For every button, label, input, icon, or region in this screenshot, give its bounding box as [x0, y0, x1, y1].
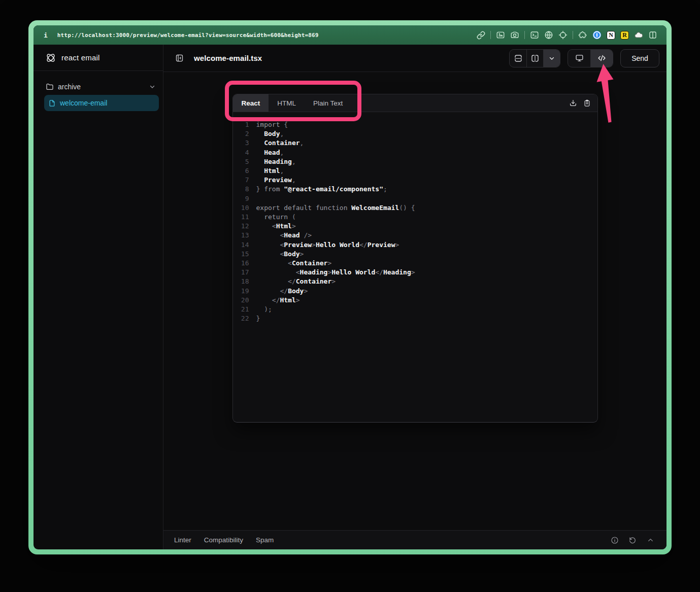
line-number: 1	[239, 120, 249, 129]
source-panel: React HTML Plain Text	[232, 94, 598, 423]
sidebar-item-welcome-email[interactable]: welcome-email	[44, 95, 159, 111]
header-controls: Send	[509, 49, 659, 67]
line-content: <Container>	[256, 259, 332, 268]
toolbar-divider	[573, 31, 573, 39]
line-number: 8	[239, 185, 249, 194]
code-line: 18 </Container>	[239, 277, 597, 286]
line-number: 12	[239, 222, 249, 231]
code-line: 21 );	[239, 305, 597, 314]
browser-window-inner: i http://localhost:3000/preview/welcome-…	[34, 25, 666, 549]
code-line: 11 return (	[239, 213, 597, 222]
split-vertical-button[interactable]	[526, 50, 543, 67]
download-icon[interactable]	[569, 99, 578, 108]
toolbar-divider	[490, 31, 491, 39]
brand-row: react email	[34, 45, 163, 71]
line-content: Head,	[256, 148, 284, 157]
line-number: 19	[239, 287, 249, 296]
screenshot-icon[interactable]	[496, 30, 505, 40]
send-button[interactable]: Send	[620, 49, 659, 67]
extensions-puzzle-icon[interactable]	[578, 30, 587, 40]
toolbar-divider	[524, 31, 525, 39]
line-number: 2	[239, 129, 249, 138]
sidebar-item-label: archive	[58, 83, 81, 91]
cloud-icon[interactable]	[634, 30, 643, 40]
target-icon[interactable]	[558, 30, 568, 40]
tab-linter[interactable]: Linter	[174, 536, 191, 544]
split-toggle-group	[509, 49, 560, 67]
line-content: <Heading>Hello World</Heading>	[256, 268, 415, 277]
line-content	[256, 194, 260, 203]
link-icon[interactable]	[476, 30, 485, 40]
line-number: 16	[239, 259, 249, 268]
desktop-view-button[interactable]	[568, 50, 590, 67]
split-options-dropdown[interactable]	[543, 50, 560, 67]
onepassword-icon[interactable]	[592, 30, 602, 40]
brand-name: react email	[61, 53, 100, 62]
camera-icon[interactable]	[510, 30, 519, 40]
globe-icon[interactable]	[544, 30, 553, 40]
reset-icon[interactable]	[628, 536, 637, 544]
browser-toolbar: N R	[471, 30, 657, 40]
code-line: 3 Container,	[239, 138, 597, 148]
line-number: 6	[239, 166, 249, 176]
main-content: React HTML Plain Text	[163, 72, 666, 530]
terminal-icon[interactable]	[530, 30, 539, 40]
app-body: react email archive	[34, 45, 666, 549]
copy-clipboard-icon[interactable]	[583, 99, 591, 108]
line-content: );	[256, 305, 272, 314]
sidebar-item-archive[interactable]: archive	[44, 80, 159, 94]
tab-compatibility[interactable]: Compatibility	[204, 536, 243, 544]
split-horizontal-button[interactable]	[510, 50, 526, 67]
r-extension-icon[interactable]: R	[620, 31, 629, 40]
line-content: return (	[256, 213, 296, 222]
sidebar-toggle-icon[interactable]	[175, 54, 184, 62]
line-content: <Preview>Hello World</Preview>	[256, 240, 399, 250]
open-file-name: welcome-email.tsx	[194, 54, 262, 62]
info-icon[interactable]: i	[44, 31, 48, 39]
tab-react[interactable]: React	[233, 94, 269, 112]
code-line: 15 <Body>	[239, 250, 597, 259]
line-number: 21	[239, 305, 249, 314]
split-view-icon[interactable]	[648, 30, 657, 40]
line-content: } from "@react-email/components";	[256, 185, 387, 194]
code-line: 8} from "@react-email/components";	[239, 185, 597, 194]
code-line: 2 Body,	[239, 129, 597, 138]
url-text[interactable]: http://localhost:3000/preview/welcome-em…	[57, 32, 319, 39]
source-code-view-button[interactable]	[590, 50, 613, 67]
bottom-bar-actions	[611, 536, 654, 544]
notion-icon[interactable]: N	[607, 31, 615, 40]
info-circle-icon[interactable]	[611, 536, 619, 544]
code-line: 6 Html,	[239, 166, 597, 176]
line-content: <Body>	[256, 250, 304, 259]
line-number: 7	[239, 176, 249, 185]
code-line: 4 Head,	[239, 148, 597, 157]
line-number: 20	[239, 296, 249, 305]
sidebar: react email archive	[34, 45, 163, 549]
code-lines[interactable]: 1import {2 Body,3 Container,4 Head,5 Hea…	[233, 112, 597, 422]
browser-url-bar: i http://localhost:3000/preview/welcome-…	[34, 25, 666, 45]
line-content: Html,	[256, 166, 284, 176]
line-number: 13	[239, 231, 249, 240]
code-line: 17 <Heading>Hello World</Heading>	[239, 268, 597, 277]
line-content: }	[256, 314, 260, 323]
code-line: 1import {	[239, 120, 597, 129]
file-icon	[48, 99, 56, 107]
line-content: </Body>	[256, 287, 308, 296]
line-content: </Container>	[256, 277, 336, 286]
tab-spam[interactable]: Spam	[256, 536, 274, 544]
line-number: 15	[239, 250, 249, 259]
tab-plain-text[interactable]: Plain Text	[305, 94, 351, 112]
code-line: 14 <Preview>Hello World</Preview>	[239, 240, 597, 250]
code-line: 7 Preview,	[239, 176, 597, 185]
expand-panel-icon[interactable]	[646, 536, 654, 544]
line-number: 22	[239, 314, 249, 323]
tab-html[interactable]: HTML	[269, 94, 305, 112]
line-content: export default function WelcomeEmail() {	[256, 203, 415, 213]
react-email-logo-icon	[45, 52, 56, 63]
line-number: 9	[239, 194, 249, 203]
sidebar-item-label: welcome-email	[60, 99, 107, 107]
line-content: Preview,	[256, 176, 296, 185]
line-content: <Head />	[256, 231, 312, 240]
line-number: 18	[239, 277, 249, 286]
chevron-down-icon[interactable]	[149, 83, 156, 90]
